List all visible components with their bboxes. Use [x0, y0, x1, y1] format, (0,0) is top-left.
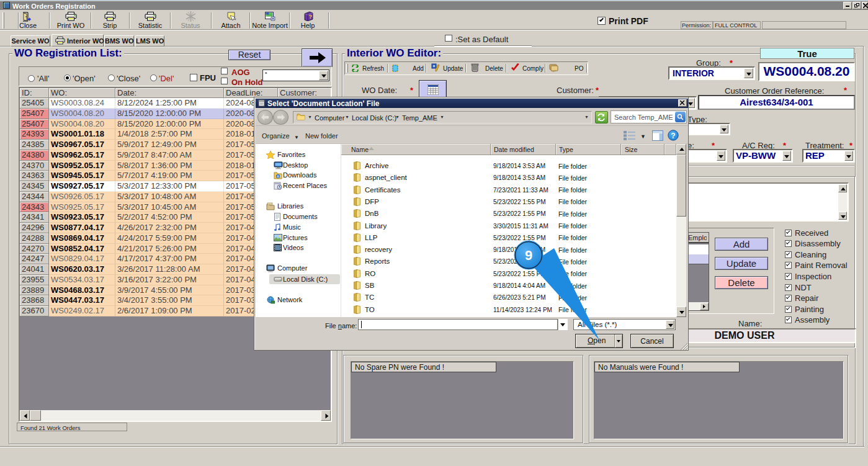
svg-text:9: 9 [525, 248, 532, 263]
svg-text:?: ? [309, 14, 313, 20]
svg-text:?: ? [671, 132, 675, 140]
